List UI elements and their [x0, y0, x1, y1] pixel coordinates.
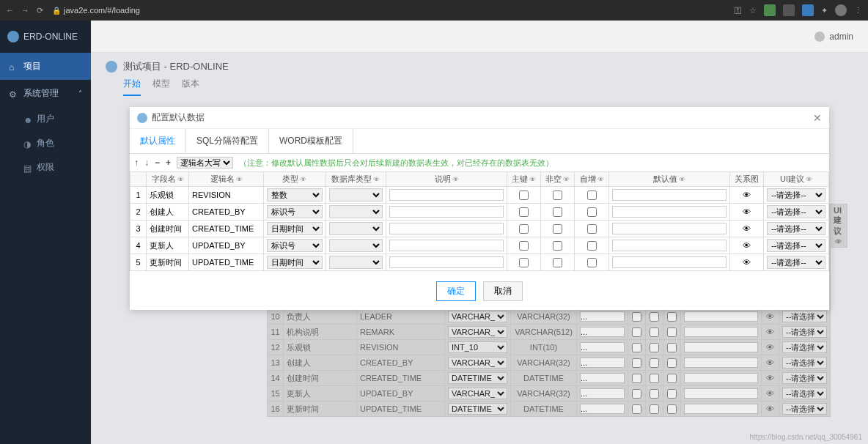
bg-ui-select[interactable]: --请选择-- [782, 311, 827, 322]
desc-input[interactable] [389, 206, 504, 218]
dbtype-select[interactable] [329, 239, 383, 252]
desc-input[interactable] [389, 189, 504, 201]
modal-tab-word-template[interactable]: WORD模板配置 [269, 129, 353, 153]
bg-type1-select[interactable]: VARCHAR_32 [448, 357, 507, 369]
bg-default-input[interactable] [684, 373, 758, 383]
bg-pk-checkbox[interactable] [632, 404, 641, 414]
relation-eye-icon[interactable]: 👁 [730, 204, 764, 221]
bg-ui-select[interactable]: --请选择-- [782, 403, 827, 415]
menu-icon[interactable]: ⋮ [854, 6, 862, 15]
type-select[interactable]: 整数 [267, 188, 322, 201]
bg-nn-checkbox[interactable] [650, 343, 659, 352]
bg-ai-checkbox[interactable] [667, 358, 677, 368]
add-button[interactable]: + [166, 158, 171, 168]
desc-input[interactable] [389, 256, 504, 268]
type-select[interactable]: 标识号 [267, 205, 322, 218]
bg-pk-checkbox[interactable] [632, 374, 641, 383]
logic-cell[interactable]: UPDATED_BY [189, 237, 264, 254]
sidebar-item-system[interactable]: ⚙ 系统管理 ˄ [0, 80, 91, 107]
table-row[interactable]: 4更新人UPDATED_BY标识号👁--请选择-- [130, 237, 829, 254]
bg-nn-checkbox[interactable] [650, 358, 659, 368]
bg-ai-checkbox[interactable] [667, 374, 677, 383]
remove-button[interactable]: − [155, 158, 160, 168]
bg-desc-input[interactable] [580, 311, 625, 322]
bg-ui-select[interactable]: --请选择-- [782, 357, 827, 369]
sidebar-sub-role[interactable]: ◑ 角色 [0, 131, 91, 155]
user-name[interactable]: admin [829, 32, 853, 42]
bg-desc-input[interactable] [580, 388, 625, 399]
extensions-icon[interactable]: ✦ [821, 6, 828, 15]
notnull-checkbox[interactable] [553, 190, 562, 200]
autoinc-checkbox[interactable] [587, 207, 597, 217]
pk-checkbox[interactable] [519, 190, 529, 200]
key-icon[interactable]: ⚿ [734, 6, 742, 15]
bg-eye-icon[interactable]: 👁 [762, 371, 779, 386]
naming-mode-select[interactable]: 逻辑名大写 [177, 157, 233, 169]
default-input[interactable] [612, 240, 727, 251]
field-cell[interactable]: 创建时间 [147, 221, 189, 237]
bg-eye-icon[interactable]: 👁 [762, 355, 779, 371]
forward-icon[interactable]: → [21, 6, 29, 15]
autoinc-checkbox[interactable] [587, 224, 597, 234]
bg-eye-icon[interactable]: 👁 [762, 309, 779, 325]
autoinc-checkbox[interactable] [587, 241, 597, 251]
bg-pk-checkbox[interactable] [632, 389, 641, 399]
ext-icon-3[interactable] [802, 4, 814, 16]
ui-select[interactable]: --请选择-- [767, 188, 825, 201]
star-icon[interactable]: ☆ [749, 6, 757, 15]
move-up-button[interactable]: ↑ [134, 158, 139, 168]
logic-cell[interactable]: CREATED_BY [189, 204, 264, 221]
field-cell[interactable]: 创建人 [147, 204, 189, 221]
sidebar-sub-user[interactable]: ☻ 用户 [0, 107, 91, 131]
bg-type1-select[interactable]: DATETIME [448, 403, 507, 415]
bg-ui-select[interactable]: --请选择-- [782, 372, 827, 384]
profile-icon[interactable] [835, 4, 847, 16]
default-input[interactable] [612, 256, 727, 268]
bg-ai-checkbox[interactable] [667, 328, 677, 337]
desc-input[interactable] [389, 223, 504, 234]
logic-cell[interactable]: UPDATED_TIME [189, 254, 264, 271]
pk-checkbox[interactable] [519, 258, 529, 267]
notnull-checkbox[interactable] [553, 241, 562, 251]
relation-eye-icon[interactable]: 👁 [730, 237, 764, 254]
ext-icon-1[interactable] [764, 4, 776, 16]
ui-select[interactable]: --请选择-- [767, 205, 825, 218]
desc-input[interactable] [389, 240, 504, 251]
page-tab-version[interactable]: 版本 [182, 78, 199, 96]
field-cell[interactable]: 乐观锁 [147, 187, 189, 204]
bg-eye-icon[interactable]: 👁 [762, 340, 779, 355]
bg-ai-checkbox[interactable] [667, 312, 677, 322]
pk-checkbox[interactable] [519, 224, 529, 234]
pk-checkbox[interactable] [519, 241, 529, 251]
dbtype-select[interactable] [329, 222, 383, 235]
reload-icon[interactable]: ⟳ [37, 6, 43, 15]
bg-ui-select[interactable]: --请选择-- [782, 326, 827, 338]
bg-desc-input[interactable] [580, 404, 625, 414]
bg-nn-checkbox[interactable] [650, 312, 659, 322]
autoinc-checkbox[interactable] [587, 190, 597, 200]
notnull-checkbox[interactable] [553, 207, 562, 217]
dbtype-select[interactable] [329, 188, 383, 201]
bg-type1-select[interactable]: VARCHAR_512 [448, 326, 507, 338]
sidebar-sub-permission[interactable]: ▤ 权限 [0, 155, 91, 180]
ui-select[interactable]: --请选择-- [767, 222, 825, 235]
avatar-icon[interactable] [814, 32, 825, 42]
bg-eye-icon[interactable]: 👁 [762, 386, 779, 402]
table-row[interactable]: 2创建人CREATED_BY标识号👁--请选择-- [130, 204, 829, 221]
bg-eye-icon[interactable]: 👁 [762, 325, 779, 340]
relation-eye-icon[interactable]: 👁 [730, 254, 764, 271]
ui-select[interactable]: --请选择-- [767, 239, 825, 252]
bg-pk-checkbox[interactable] [632, 328, 641, 337]
ok-button[interactable]: 确定 [436, 281, 476, 301]
move-down-button[interactable]: ↓ [144, 158, 149, 168]
bg-eye-icon[interactable]: 👁 [762, 402, 779, 417]
logic-cell[interactable]: CREATED_TIME [189, 221, 264, 237]
sidebar-item-project[interactable]: ⌂ 项目 [0, 53, 91, 80]
default-input[interactable] [612, 206, 727, 218]
pk-checkbox[interactable] [519, 207, 529, 217]
bg-ai-checkbox[interactable] [667, 404, 677, 414]
back-icon[interactable]: ← [6, 6, 14, 15]
bg-desc-input[interactable] [580, 327, 625, 337]
type-select[interactable]: 日期时间 [267, 256, 322, 269]
bg-pk-checkbox[interactable] [632, 343, 641, 352]
